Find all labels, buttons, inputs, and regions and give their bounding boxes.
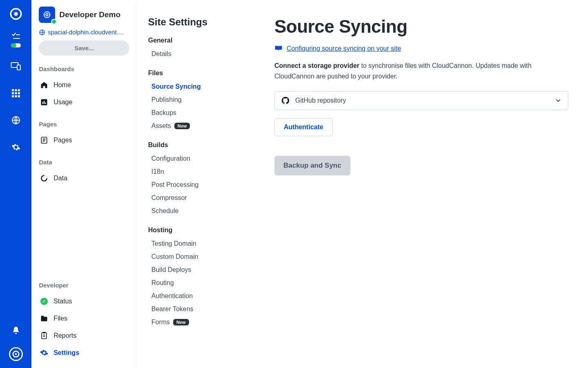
globe-icon[interactable] [8,112,24,128]
svg-rect-9 [12,92,14,94]
bell-icon[interactable] [8,322,24,339]
site-domain-text: spacial-dolphin.cloudvent.... [48,29,123,36]
settings-item-compressor[interactable]: Compressor [148,191,250,204]
svg-point-1 [14,12,18,16]
svg-rect-6 [12,89,14,91]
nav-group-pages: Pages [39,121,129,128]
folder-icon [40,314,49,323]
settings-item-details[interactable]: Details [148,47,250,61]
description: Connect a storage provider to synchronis… [274,61,536,82]
svg-point-20 [46,13,48,16]
site-title: Developer Demo [59,10,120,19]
sidebar-item-pages[interactable]: Pages [39,132,129,149]
nav-group-data: Data [39,159,129,166]
backup-sync-button[interactable]: Backup and Sync [274,156,350,175]
settings-item-post-processing[interactable]: Post Processing [148,178,250,191]
settings-group-hosting: Hosting [148,227,250,234]
sidebar-item-files[interactable]: Files [39,310,129,327]
settings-item-forms[interactable]: FormsNew [148,316,250,329]
apps-grid-icon[interactable] [8,85,24,101]
nav-label: Settings [53,349,79,357]
settings-item-routing[interactable]: Routing [148,276,250,289]
sidebar-item-usage[interactable]: Usage [39,94,129,111]
settings-nav: Site Settings General Details Files Sour… [137,0,258,368]
nav-group-dashboards: Dashboards [39,65,129,72]
settings-item-source-syncing[interactable]: Source Syncing [148,80,250,93]
chart-icon [40,98,49,107]
svg-rect-32 [43,332,46,333]
avatar-icon[interactable] [8,346,24,362]
nav-label: Reports [53,332,76,339]
donut-icon [40,174,49,183]
svg-rect-24 [44,101,45,104]
progress-indicator [11,43,21,47]
settings-item-authentication[interactable]: Authentication [148,289,250,303]
sidebar-item-reports[interactable]: Reports [39,327,129,344]
main-content: Source Syncing Configuring source syncin… [258,0,588,368]
site-domain-link[interactable]: spacial-dolphin.cloudvent.... [39,29,129,36]
sidebar-item-data[interactable]: Data [39,170,129,187]
logo-icon[interactable] [8,6,24,22]
settings-item-publishing[interactable]: Publishing [148,93,250,106]
settings-item-schedule[interactable]: Schedule [148,204,250,218]
guide-icon [274,45,283,52]
svg-rect-31 [42,333,47,339]
svg-rect-12 [12,95,14,97]
site-logo[interactable] [39,7,55,23]
doc-link[interactable]: Configuring source syncing on your site [287,45,401,52]
settings-item-build-deploys[interactable]: Build Deploys [148,263,250,276]
global-nav-rail [0,0,31,368]
nav-label: Usage [53,99,72,106]
settings-item-configuration[interactable]: Configuration [148,152,250,165]
status-ok-icon [40,297,49,306]
sidebar-item-home[interactable]: Home [39,76,129,94]
github-icon [281,96,290,105]
globe-mini-icon [39,29,45,36]
sidebar-item-settings[interactable]: Settings [39,344,129,361]
settings-group-files: Files [148,70,250,77]
svg-rect-7 [15,89,17,91]
provider-label: GitHub repository [295,97,549,104]
nav-label: Files [53,315,67,322]
new-badge: New [173,319,189,325]
settings-item-testing-domain[interactable]: Testing Domain [148,237,250,250]
document-icon [40,136,49,145]
svg-point-19 [44,12,50,18]
site-sidebar: Developer Demo spacial-dolphin.cloudvent… [31,0,137,368]
settings-group-general: General [148,37,250,44]
clipboard-icon [40,331,49,340]
nav-label: Pages [53,137,72,144]
settings-item-assets[interactable]: AssetsNew [148,119,250,132]
gear-icon[interactable] [8,139,24,155]
svg-rect-8 [18,89,20,91]
settings-group-builds: Builds [148,141,250,149]
sidebar-item-status[interactable]: Status [39,293,129,310]
nav-label: Status [53,298,72,305]
new-badge: New [174,123,190,129]
save-button[interactable]: Save... [39,40,129,56]
settings-item-custom-domain[interactable]: Custom Domain [148,250,250,263]
settings-item-bearer-tokens[interactable]: Bearer Tokens [148,303,250,316]
nav-group-developer: Developer [39,282,129,289]
svg-rect-5 [17,65,20,70]
svg-rect-23 [42,102,43,104]
nav-label: Data [53,175,67,182]
svg-point-18 [15,353,17,355]
svg-rect-14 [18,95,20,97]
svg-rect-13 [15,95,17,97]
settings-item-backups[interactable]: Backups [148,106,250,119]
devices-icon[interactable] [8,58,24,74]
settings-item-i18n[interactable]: I18n [148,165,250,178]
status-ok-badge [51,19,57,25]
checklist-icon[interactable] [8,33,24,47]
settings-title: Site Settings [148,16,250,28]
home-icon [40,81,49,90]
nav-label: Home [53,81,71,89]
provider-select[interactable]: GitHub repository [274,91,568,110]
page-heading: Source Syncing [274,16,568,37]
svg-rect-25 [45,103,46,104]
chevron-down-icon [555,97,561,104]
authenticate-button[interactable]: Authenticate [274,118,333,136]
gear-icon [40,348,49,357]
svg-rect-10 [15,92,17,94]
